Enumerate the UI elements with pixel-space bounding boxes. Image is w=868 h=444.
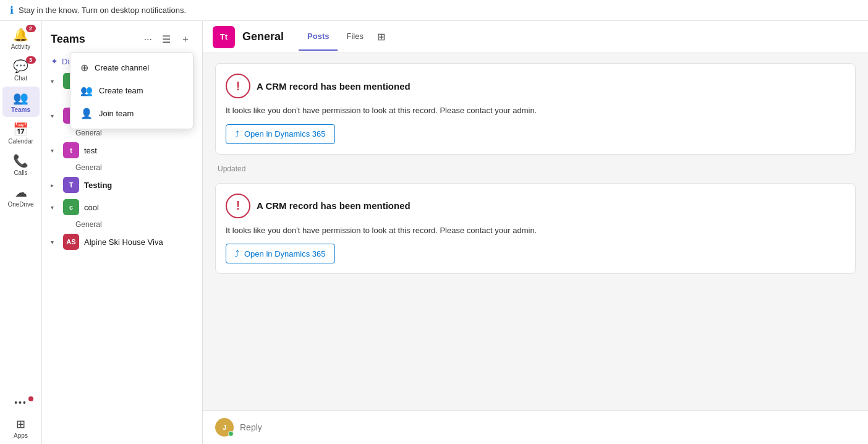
open-d365-button-2[interactable]: ⤴ Open in Dynamics 365	[226, 244, 335, 263]
sidebar-item-onedrive[interactable]: ☁ OneDrive	[2, 181, 40, 211]
channel-name: General	[242, 30, 284, 43]
teams-label: Teams	[11, 106, 30, 113]
activity-badge: 2	[26, 25, 36, 32]
team-item-test3[interactable]: ▾ t test	[42, 139, 202, 161]
sidebar-header: Teams ··· ☰ ＋	[42, 21, 202, 53]
filter-button[interactable]: ☰	[159, 32, 174, 47]
team-avatar-testing: T	[63, 177, 79, 193]
create-channel-icon: ⊕	[80, 62, 88, 74]
create-channel-item[interactable]: ⊕ Create channel	[70, 56, 193, 79]
main-content: Tt General Posts Files ⊞ ! A CRM record …	[203, 21, 868, 444]
card2-header: ! A CRM record has been mentioned	[226, 194, 845, 218]
open-d365-label-2: Open in Dynamics 365	[244, 249, 326, 258]
external-link-icon: ⤴	[235, 129, 239, 139]
more-options-button[interactable]: ···	[141, 32, 155, 47]
channel-general-test3[interactable]: General	[42, 161, 202, 174]
create-team-label: Create team	[99, 86, 143, 95]
open-d365-button-1[interactable]: ⤴ Open in Dynamics 365	[226, 124, 335, 144]
add-tab-button[interactable]: ⊞	[372, 26, 390, 48]
join-team-label: Join team	[99, 109, 134, 118]
team-avatar-alpine: AS	[63, 234, 79, 250]
sidebar-item-calls[interactable]: 📞 Calls	[2, 150, 40, 180]
channel-avatar: Tt	[213, 26, 235, 48]
tab-posts[interactable]: Posts	[299, 23, 338, 51]
crm-alert-icon-2: !	[226, 194, 250, 218]
message-card-2: ! A CRM record has been mentioned It loo…	[215, 183, 856, 275]
reply-bar: J	[203, 410, 868, 444]
chevron-down-icon: ▾	[51, 239, 58, 245]
create-team-item[interactable]: 👥 Create team	[70, 79, 193, 102]
team-item-testing[interactable]: ▸ T Testing	[42, 174, 202, 196]
sidebar-item-apps[interactable]: ⊞ Apps	[2, 414, 40, 443]
sidebar-item-calendar[interactable]: 📅 Calendar	[2, 118, 40, 148]
more-icon: •••	[14, 398, 27, 408]
card2-body: It looks like you don't have permission …	[226, 224, 845, 237]
create-channel-label: Create channel	[95, 63, 149, 72]
sidebar-actions: ··· ☰ ＋	[141, 31, 194, 48]
chevron-down-icon: ▾	[51, 204, 58, 211]
open-d365-label-1: Open in Dynamics 365	[244, 129, 326, 139]
team-name-testing: Testing	[84, 181, 112, 190]
join-team-icon: 👤	[80, 108, 93, 119]
external-link-icon-2: ⤴	[235, 249, 239, 258]
team-avatar-cool: c	[63, 199, 79, 215]
join-team-item[interactable]: 👤 Join team	[70, 102, 193, 125]
onedrive-label: OneDrive	[7, 201, 33, 208]
card2-title: A CRM record has been mentioned	[257, 200, 411, 211]
card1-header: ! A CRM record has been mentioned	[226, 74, 845, 98]
onedrive-icon: ☁	[15, 185, 27, 200]
discover-icon: ✦	[51, 56, 58, 66]
card1-body: It looks like you don't have permission …	[226, 105, 845, 117]
chat-badge: 3	[26, 56, 36, 64]
chevron-down-icon: ▾	[51, 147, 58, 154]
chevron-right-icon: ▸	[51, 182, 58, 189]
teams-sidebar: Teams ··· ☰ ＋ ✦ Discover ⊕ Create channe…	[42, 21, 203, 444]
card1-title: A CRM record has been mentioned	[257, 81, 411, 92]
chat-label: Chat	[14, 75, 27, 82]
info-icon: ℹ	[10, 4, 14, 16]
team-name-cool: cool	[84, 203, 99, 212]
sidebar-title: Teams	[51, 33, 85, 46]
chevron-down-icon: ▾	[51, 78, 58, 85]
team-item-alpine[interactable]: ▾ AS Alpine Ski House Viva	[42, 231, 202, 253]
calendar-label: Calendar	[8, 138, 33, 145]
add-team-button[interactable]: ＋	[177, 31, 194, 48]
activity-label: Activity	[11, 43, 31, 50]
chevron-down-icon: ▾	[51, 113, 58, 119]
apps-label: Apps	[14, 432, 28, 439]
main-header: Tt General Posts Files ⊞	[203, 21, 868, 53]
sidebar-item-chat[interactable]: 💬 3 Chat	[2, 55, 40, 85]
apps-icon: ⊞	[16, 417, 25, 431]
team-name-alpine: Alpine Ski House Viva	[84, 237, 163, 247]
create-team-icon: 👥	[80, 85, 93, 96]
team-avatar-test3: t	[63, 142, 79, 158]
team-item-cool[interactable]: ▾ c cool	[42, 196, 202, 218]
calls-label: Calls	[14, 169, 27, 176]
tab-bar: Posts Files ⊞	[299, 23, 390, 51]
calls-icon: 📞	[13, 153, 28, 168]
calendar-icon: 📅	[13, 122, 28, 137]
sidebar-item-teams[interactable]: 👥 Teams	[2, 87, 40, 117]
avatar: J	[215, 418, 234, 437]
left-rail: 🔔 2 Activity 💬 3 Chat 👥 Teams 📅 Calendar…	[0, 21, 42, 444]
message-card-1: ! A CRM record has been mentioned It loo…	[215, 63, 856, 155]
channel-general-cool[interactable]: General	[42, 218, 202, 231]
more-dot	[28, 396, 33, 401]
dropdown-menu: ⊕ Create channel 👥 Create team 👤 Join te…	[70, 52, 194, 129]
updated-label: Updated	[215, 164, 856, 173]
teams-icon: 👥	[13, 90, 28, 105]
reply-input[interactable]	[240, 422, 856, 432]
sidebar-item-more[interactable]: •••	[2, 394, 40, 412]
notification-bar: ℹ Stay in the know. Turn on desktop noti…	[0, 0, 868, 21]
notification-text: Stay in the know. Turn on desktop notifi…	[19, 6, 186, 15]
online-status-dot	[228, 431, 234, 437]
tab-files[interactable]: Files	[338, 23, 372, 51]
crm-alert-icon: !	[226, 74, 250, 98]
team-name-test3: test	[84, 146, 97, 155]
sidebar-item-activity[interactable]: 🔔 2 Activity	[2, 23, 40, 54]
posts-area: ! A CRM record has been mentioned It loo…	[203, 53, 868, 410]
